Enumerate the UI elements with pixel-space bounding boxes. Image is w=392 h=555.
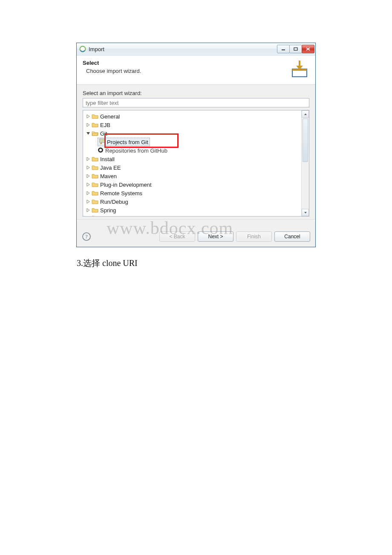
git-project-icon: GIT [99, 139, 105, 146]
collapse-icon[interactable] [85, 131, 92, 136]
tree-item-label: General [100, 113, 120, 120]
button-bar: www.bdocx.com ? < Back Next > Finish Can… [77, 219, 315, 247]
import-icon [290, 60, 309, 79]
expand-icon[interactable] [85, 165, 92, 170]
tree-item-label: Plug-in Development [100, 182, 152, 188]
tree-item-remote-systems[interactable]: Remote Systems [85, 189, 301, 197]
github-icon [98, 147, 104, 154]
next-button[interactable]: Next > [198, 231, 233, 242]
expand-icon[interactable] [85, 208, 92, 212]
folder-icon [92, 214, 98, 216]
tree-item-label: Repositories from GitHub [105, 147, 167, 154]
titlebar: Import [77, 43, 315, 55]
tree-item-label: Remote Systems [100, 190, 142, 197]
expand-icon[interactable] [85, 114, 92, 119]
svg-rect-1 [282, 49, 285, 50]
scroll-track[interactable] [302, 118, 309, 209]
tree-item-ejb[interactable]: EJB [85, 121, 301, 129]
help-icon[interactable]: ? [82, 232, 91, 241]
folder-icon [92, 173, 98, 179]
svg-text:GIT: GIT [101, 139, 104, 142]
scroll-down-icon[interactable] [302, 209, 309, 216]
tree-item-label: EJB [100, 122, 110, 128]
tree-item-label: Maven [100, 173, 117, 179]
tree-item-general[interactable]: General [85, 112, 301, 121]
tree-item-git[interactable]: Git [85, 129, 301, 138]
tree-item-plugin-dev[interactable]: Plug-in Development [85, 180, 301, 189]
wizard-banner: Select Choose import wizard. [77, 55, 315, 85]
expand-icon[interactable] [85, 157, 92, 161]
tree-item-spring[interactable]: Spring [85, 206, 301, 214]
expand-icon[interactable] [85, 182, 92, 187]
folder-open-icon [92, 130, 98, 137]
tree-item-install[interactable]: Install [85, 155, 301, 163]
folder-icon [92, 198, 98, 205]
expand-icon[interactable] [85, 199, 92, 204]
wizard-body: Select an import wizard: General [77, 85, 315, 219]
expand-icon[interactable] [85, 216, 92, 216]
wizard-tree: General EJB [83, 110, 309, 217]
import-dialog: Import Select Choose import wizard. [76, 43, 316, 247]
tree-item-label: Run/Debug [100, 199, 128, 205]
tree-item-label: Projects from Git [107, 139, 148, 145]
banner-subheading: Choose import wizard. [86, 68, 290, 74]
step-caption: 3.选择 clone URI [77, 257, 315, 269]
banner-heading: Select [83, 60, 290, 66]
folder-icon [92, 156, 98, 162]
tree-item-repos-from-github[interactable]: Repositories from GitHub [98, 146, 301, 155]
close-button[interactable] [302, 45, 314, 53]
tree-item-maven[interactable]: Maven [85, 172, 301, 180]
tree-item-label: Spring [100, 207, 116, 214]
tree-item-label: Git [100, 130, 107, 137]
window-title: Import [89, 46, 277, 52]
folder-icon [92, 164, 98, 171]
maximize-button[interactable] [289, 45, 302, 53]
tree-item-partial[interactable]: T..l.. [85, 214, 301, 216]
finish-button[interactable]: Finish [236, 231, 272, 242]
expand-icon[interactable] [85, 174, 92, 178]
back-button[interactable]: < Back [159, 231, 195, 242]
svg-text:?: ? [85, 234, 87, 240]
tree-item-label: Install [100, 156, 115, 162]
app-icon [79, 46, 86, 52]
folder-icon [92, 207, 98, 214]
tree-item-run-debug[interactable]: Run/Debug [85, 197, 301, 206]
filter-input[interactable] [83, 98, 309, 107]
scroll-up-icon[interactable] [302, 110, 309, 118]
folder-icon [92, 113, 98, 120]
minimize-button[interactable] [277, 45, 290, 53]
tree-item-label: Java EE [100, 165, 121, 171]
tree-item-projects-from-git[interactable]: GIT Projects from Git [98, 138, 301, 146]
svg-point-8 [99, 149, 102, 151]
folder-icon [92, 190, 98, 197]
cancel-button[interactable]: Cancel [274, 231, 310, 242]
tree-scrollbar[interactable] [301, 110, 309, 216]
scroll-thumb[interactable] [303, 119, 308, 162]
folder-icon [92, 181, 98, 188]
tree-item-label: T..l.. [100, 215, 110, 217]
tree-item-javaee[interactable]: Java EE [85, 163, 301, 172]
filter-label: Select an import wizard: [83, 90, 309, 96]
svg-rect-2 [294, 48, 297, 50]
folder-icon [92, 121, 98, 128]
expand-icon[interactable] [85, 191, 92, 195]
expand-icon[interactable] [85, 123, 92, 127]
